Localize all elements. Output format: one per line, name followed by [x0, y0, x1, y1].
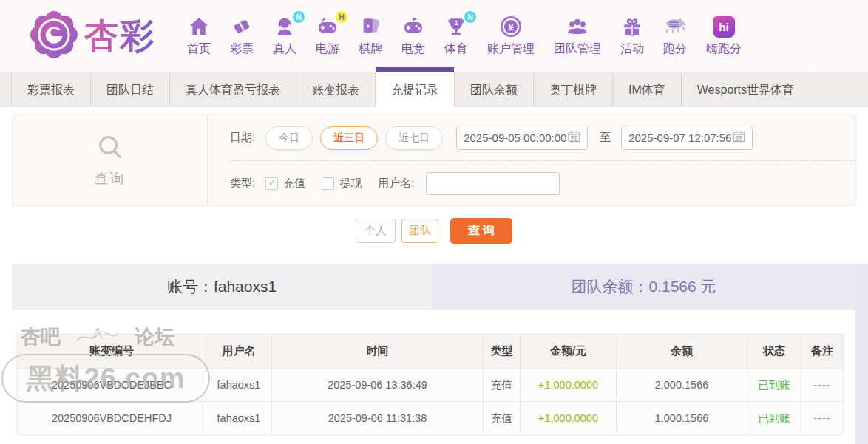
action-buttons: 个人 团队 查 询: [0, 218, 868, 244]
col-time: 时间: [272, 335, 484, 369]
nav-item-paofen[interactable]: 跑分: [663, 15, 687, 57]
checkbox-unchecked-icon: [322, 177, 334, 190]
cell-username: fahaoxs1: [206, 402, 272, 435]
hot-badge: H: [336, 11, 347, 23]
calendar-icon: [568, 130, 580, 146]
type-filter-row: 类型: 充值 提现 用户名:: [230, 161, 855, 205]
cell-remark: ----: [801, 369, 844, 402]
page: 杏彩 首页 彩票 N 真人: [0, 0, 868, 444]
tab-account-change-report[interactable]: 账变报表: [296, 72, 376, 107]
cards-icon: [359, 15, 382, 38]
to-label: 至: [600, 131, 611, 145]
cell-change-id: 20250906VBDCDEHFDJ: [18, 402, 206, 435]
username-label: 用户名:: [378, 177, 414, 191]
username-input[interactable]: [426, 172, 560, 195]
nav-item-egames[interactable]: H 电游: [316, 15, 339, 57]
tab-im-sports[interactable]: IM体育: [613, 72, 682, 107]
cell-change-id: 20250906VBDCDEJBEC: [18, 369, 206, 402]
nav-item-sports[interactable]: 1 N 体育: [444, 15, 468, 57]
tab-team-balance[interactable]: 团队余额: [455, 72, 534, 107]
report-tabbar: 彩票报表 团队日结 真人体育盈亏报表 账变报表 充提记录 团队余额 奥丁棋牌 I…: [0, 72, 868, 107]
svg-text:1: 1: [454, 19, 458, 27]
table-row: 20250906VBDCDEJBEC fahaoxs1 2025-09-06 1…: [18, 369, 844, 402]
preset-today-button[interactable]: 今日: [265, 126, 313, 150]
filter-fields: 日期: 今日 近三日 近七日 2025-09-05 00:00:00 至 202…: [208, 115, 855, 205]
main-nav: 首页 彩票 N 真人 H 电游: [177, 15, 751, 57]
brand-name: 杏彩: [84, 13, 155, 59]
new-badge: N: [464, 11, 476, 23]
cell-type: 充值: [484, 402, 521, 435]
col-username: 用户名: [206, 335, 272, 369]
nav-item-promotions[interactable]: 活动: [620, 15, 644, 57]
tab-odin-boardgames[interactable]: 奥丁棋牌: [534, 72, 613, 107]
filter-panel: 查询 日期: 今日 近三日 近七日 2025-09-05 00:00:00 至 …: [12, 115, 856, 206]
query-label: 查询: [95, 169, 126, 188]
withdraw-checkbox[interactable]: 提现: [322, 177, 362, 191]
tab-wesports[interactable]: Wesports世界体育: [682, 72, 810, 107]
table-row: 20250906VBDCDEHFDJ fahaoxs1 2025-09-06 1…: [18, 402, 844, 435]
query-block[interactable]: 查询: [13, 115, 208, 205]
records-table-wrap: 账变编号 用户名 时间 类型 金额/元 余额 状态 备注 20250906VBD…: [17, 334, 843, 435]
search-button[interactable]: 查 询: [450, 218, 512, 244]
type-label: 类型:: [230, 177, 255, 191]
cell-status: 已到账: [747, 402, 801, 435]
calendar-icon: [733, 130, 745, 146]
deposit-checkbox[interactable]: 充值: [265, 177, 305, 191]
team-button[interactable]: 团队: [401, 219, 438, 243]
preset-last3days-button[interactable]: 近三日: [320, 126, 378, 150]
new-badge: N: [293, 11, 305, 23]
nav-item-team-management[interactable]: 团队管理: [554, 15, 601, 57]
hi-app-icon: hi: [712, 15, 736, 38]
cell-amount: +1,000.0000: [521, 402, 617, 435]
brand-logo[interactable]: 杏彩: [30, 10, 155, 62]
team-balance-summary: 团队余额：0.1566 元: [432, 264, 855, 310]
preset-last7days-button[interactable]: 近七日: [385, 126, 443, 150]
col-status: 状态: [747, 335, 801, 369]
cell-time: 2025-09-06 13:36:49: [272, 369, 484, 402]
tab-lottery-report[interactable]: 彩票报表: [11, 72, 91, 107]
team-icon: [566, 15, 589, 38]
nav-item-boardgames[interactable]: 棋牌: [359, 15, 382, 57]
yuan-circle-icon: ¥: [499, 15, 523, 38]
date-to-input[interactable]: 2025-09-07 12:07:56: [621, 126, 753, 150]
tab-live-sports-pnl[interactable]: 真人体育盈亏报表: [170, 72, 296, 107]
search-icon: [95, 132, 125, 165]
records-table: 账变编号 用户名 时间 类型 金额/元 余额 状态 备注 20250906VBD…: [17, 334, 844, 435]
trophy-icon: 1 N: [444, 15, 468, 38]
col-amount: 金额/元: [521, 335, 617, 369]
cell-status: 已到账: [747, 369, 801, 402]
table-header-row: 账变编号 用户名 时间 类型 金额/元 余额 状态 备注: [18, 335, 844, 369]
nav-item-hi-paofen[interactable]: hi 嗨跑分: [706, 15, 742, 57]
cell-remark: ----: [801, 402, 844, 435]
nav-item-home[interactable]: 首页: [187, 15, 211, 57]
slot-gamepad-icon: H: [316, 15, 339, 38]
col-change-id: 账变编号: [18, 335, 206, 369]
summary-strip: 账号：fahaoxs1 团队余额：0.1566 元: [12, 264, 855, 310]
tab-team-daily[interactable]: 团队日结: [91, 72, 170, 107]
account-summary: 账号：fahaoxs1: [12, 264, 432, 310]
col-remark: 备注: [801, 335, 844, 369]
cell-balance: 2,000.1566: [617, 369, 747, 402]
tab-deposit-withdraw-records[interactable]: 充提记录: [376, 72, 455, 107]
home-icon: [187, 15, 211, 38]
date-filter-row: 日期: 今日 近三日 近七日 2025-09-05 00:00:00 至 202…: [230, 115, 855, 161]
nav-item-esports[interactable]: 电竞: [401, 15, 425, 57]
cell-amount: +1,000.0000: [521, 369, 617, 402]
scrollbar-track[interactable]: [855, 264, 868, 444]
nav-item-account-management[interactable]: ¥ 账户管理: [487, 15, 535, 57]
horse-icon: [663, 15, 687, 38]
nav-item-live[interactable]: N 真人: [273, 15, 296, 57]
checkbox-checked-icon: [265, 177, 278, 190]
cell-username: fahaoxs1: [206, 369, 272, 402]
svg-text:¥: ¥: [508, 21, 514, 33]
flower-logo-icon: [30, 10, 78, 62]
cell-type: 充值: [484, 369, 521, 402]
nav-item-lottery[interactable]: 彩票: [230, 15, 254, 57]
date-label: 日期:: [230, 131, 255, 145]
live-person-icon: N: [273, 15, 296, 38]
top-nav: 杏彩 首页 彩票 N 真人: [0, 0, 868, 72]
gift-icon: [620, 15, 644, 38]
personal-button[interactable]: 个人: [356, 219, 396, 243]
date-from-input[interactable]: 2025-09-05 00:00:00: [456, 126, 588, 150]
cell-balance: 1,000.1566: [617, 402, 747, 435]
